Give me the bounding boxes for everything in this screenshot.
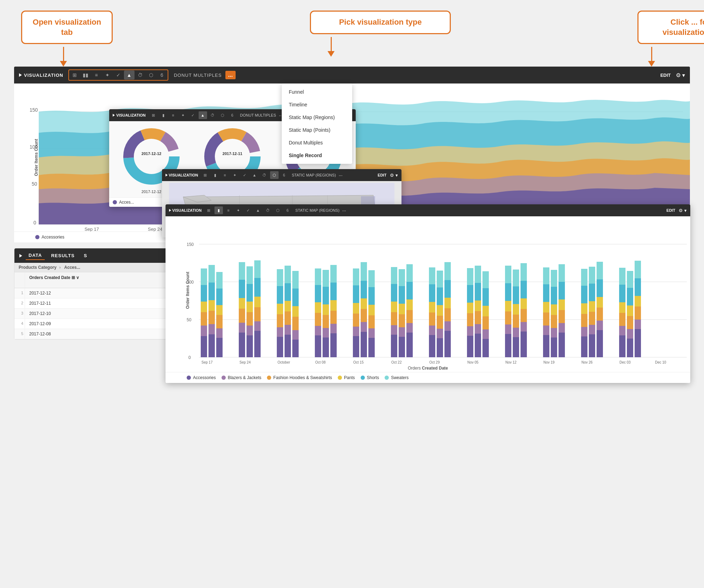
svg-rect-108	[330, 300, 337, 311]
b-list-icon[interactable]: ≡	[224, 206, 233, 214]
b-area-icon[interactable]: ▲	[254, 206, 262, 214]
s-num-icon[interactable]: 6	[228, 111, 237, 119]
svg-rect-237	[619, 335, 625, 357]
m-clock-icon[interactable]: ⏱	[260, 171, 269, 179]
dropdown-timeline[interactable]: Timeline	[282, 98, 352, 111]
s-globe-icon[interactable]: ⬡	[218, 111, 227, 119]
s-check-icon[interactable]: ✓	[189, 111, 197, 119]
number-icon[interactable]: 6	[157, 70, 167, 80]
dropdown-donut-multiples[interactable]: Donut Multiples	[282, 136, 352, 149]
bar-edit-btn[interactable]: EDIT	[666, 208, 675, 212]
svg-rect-164	[444, 262, 451, 280]
svg-rect-179	[482, 316, 489, 329]
svg-rect-72	[254, 297, 261, 307]
svg-rect-64	[247, 326, 253, 335]
dropdown-funnel[interactable]: Funnel	[282, 86, 352, 98]
dropdown-single-record[interactable]: Single Record	[282, 149, 352, 162]
svg-rect-238	[619, 326, 625, 335]
svg-text:October: October	[278, 360, 290, 364]
svg-rect-107	[330, 311, 337, 324]
s-table-icon[interactable]: ⊞	[149, 111, 158, 119]
table-icon[interactable]: ⊞	[69, 70, 80, 80]
b-clock-icon[interactable]: ⏱	[264, 206, 272, 214]
b-bar-icon[interactable]: ▮	[214, 206, 223, 214]
b-globe-icon[interactable]: ⬡	[274, 206, 282, 214]
svg-rect-112	[353, 327, 359, 336]
s-clock-icon[interactable]: ⏱	[208, 111, 217, 119]
b-scatter-icon[interactable]: ✦	[234, 206, 243, 214]
bar-gear-icon[interactable]: ⚙ ▾	[679, 208, 687, 213]
s-bar-icon[interactable]: ▮	[159, 111, 168, 119]
edit-button[interactable]: EDIT	[660, 73, 671, 78]
m-globe-icon[interactable]: ⬡	[270, 171, 279, 179]
svg-rect-232	[597, 321, 603, 330]
svg-rect-171	[475, 334, 481, 357]
m-table-icon[interactable]: ⊞	[201, 171, 210, 179]
svg-rect-186	[505, 301, 511, 311]
more-options-button[interactable]: ...	[225, 71, 236, 79]
m-scatter-icon[interactable]: ✦	[231, 171, 239, 179]
b-table-icon[interactable]: ⊞	[205, 206, 213, 214]
svg-rect-152	[429, 267, 435, 284]
bar-legend: Accessories Blazers & Jackets Fashion Ho…	[166, 372, 690, 383]
svg-rect-187	[505, 283, 511, 301]
s-area-icon[interactable]: ▲	[199, 111, 207, 119]
b-num-icon[interactable]: 6	[284, 206, 292, 214]
svg-text:Oct 15: Oct 15	[353, 360, 364, 364]
svg-rect-150	[429, 302, 435, 312]
svg-rect-201	[543, 335, 549, 357]
bar-more-btn[interactable]: ···	[342, 208, 346, 213]
svg-rect-169	[467, 285, 473, 303]
svg-rect-214	[559, 323, 565, 333]
svg-rect-141	[406, 333, 413, 357]
data-tab-results[interactable]: RESULTS	[48, 252, 77, 260]
svg-rect-84	[285, 301, 291, 311]
settings-icon[interactable]: ⚙ ▾	[676, 72, 685, 79]
svg-rect-123	[368, 338, 375, 357]
svg-rect-193	[513, 286, 519, 304]
svg-rect-40	[201, 326, 207, 336]
clock-icon[interactable]: ⏱	[135, 70, 145, 80]
m-area-icon[interactable]: ▲	[250, 171, 259, 179]
svg-rect-236	[597, 262, 603, 279]
svg-rect-106	[330, 324, 337, 333]
globe-icon[interactable]: ⬡	[146, 70, 156, 80]
dropdown-static-map-regions[interactable]: Static Map (Regions)	[282, 111, 352, 124]
bar-chart-icon[interactable]: ▮▮	[80, 70, 91, 80]
data-collapse-icon[interactable]	[19, 254, 22, 258]
donut-legend-acce: Acces...	[113, 200, 134, 205]
m-list-icon[interactable]: ≡	[221, 171, 229, 179]
svg-rect-98	[315, 268, 321, 285]
svg-rect-101	[323, 315, 329, 328]
m-check-icon[interactable]: ✓	[241, 171, 249, 179]
s-list-icon[interactable]: ≡	[169, 111, 177, 119]
list-icon[interactable]: ≡	[91, 70, 102, 80]
m-num-icon[interactable]: 6	[280, 171, 288, 179]
svg-rect-126	[368, 305, 375, 315]
svg-rect-117	[361, 332, 367, 357]
m-bar-icon[interactable]: ▮	[211, 171, 219, 179]
svg-rect-111	[353, 336, 359, 357]
svg-rect-230	[589, 267, 595, 284]
svg-rect-131	[391, 312, 397, 325]
s-scatter-icon[interactable]: ✦	[179, 111, 187, 119]
data-tab-data[interactable]: DATA	[26, 251, 45, 260]
line-icon[interactable]: ✓	[113, 70, 124, 80]
data-tab-s[interactable]: S	[81, 252, 90, 260]
svg-rect-43	[201, 285, 207, 302]
svg-rect-58	[239, 323, 245, 333]
svg-rect-51	[216, 338, 223, 357]
collapse-icon[interactable]	[19, 73, 22, 77]
b-check-icon[interactable]: ✓	[244, 206, 253, 214]
map-gear-icon[interactable]: ⚙ ▾	[390, 173, 398, 178]
svg-rect-217	[559, 282, 565, 299]
scatter-icon[interactable]: ✦	[102, 70, 113, 80]
map-more-btn[interactable]: ···	[339, 173, 343, 178]
area-chart-icon[interactable]: ▲	[124, 70, 135, 80]
svg-rect-149	[429, 312, 435, 326]
svg-rect-52	[216, 328, 223, 338]
svg-text:Sep 24: Sep 24	[239, 360, 251, 364]
dropdown-static-map-points[interactable]: Static Map (Points)	[282, 124, 352, 136]
svg-rect-221	[581, 314, 587, 327]
map-edit-btn[interactable]: EDIT	[378, 173, 386, 177]
